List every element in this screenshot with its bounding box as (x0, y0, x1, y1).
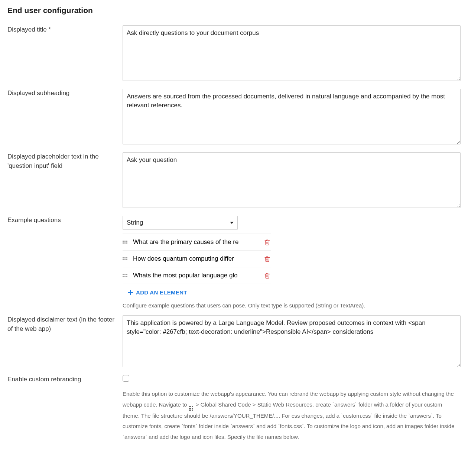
trash-icon (264, 256, 270, 262)
drag-handle-icon[interactable] (123, 241, 128, 244)
displayed-subheading-label: Displayed subheading (7, 89, 123, 98)
enable-rebranding-checkbox[interactable] (123, 375, 129, 382)
section-title: End user configuration (7, 6, 461, 15)
disclaimer-label: Displayed disclaimer text (in the footer… (7, 315, 123, 333)
field-placeholder-text: Displayed placeholder text in the 'quest… (7, 152, 461, 210)
example-questions-list (123, 234, 271, 284)
add-element-button[interactable]: ADD AN ELEMENT (123, 284, 187, 297)
delete-button[interactable] (263, 238, 271, 246)
placeholder-text-input[interactable] (123, 152, 461, 208)
displayed-subheading-input[interactable] (123, 89, 461, 144)
apps-grid-icon (189, 406, 194, 411)
field-displayed-subheading: Displayed subheading (7, 89, 461, 146)
trash-icon (264, 273, 270, 279)
field-example-questions: Example questions String (7, 216, 461, 309)
field-displayed-title: Displayed title * (7, 25, 461, 83)
delete-button[interactable] (263, 255, 271, 263)
example-questions-label: Example questions (7, 216, 123, 225)
delete-button[interactable] (263, 271, 271, 280)
plus-icon (128, 290, 133, 295)
list-item (123, 267, 271, 284)
list-item (123, 251, 271, 267)
enable-rebranding-label: Enable custom rebranding (7, 375, 123, 384)
example-question-input[interactable] (133, 254, 250, 263)
list-item (123, 234, 271, 251)
example-questions-type-value: String (127, 219, 143, 226)
displayed-title-input[interactable] (123, 25, 461, 81)
displayed-title-label: Displayed title * (7, 25, 123, 35)
add-element-label: ADD AN ELEMENT (136, 289, 187, 296)
field-enable-rebranding: Enable custom rebranding Enable this opt… (7, 375, 461, 442)
example-question-input[interactable] (133, 271, 250, 280)
placeholder-text-label: Displayed placeholder text in the 'quest… (7, 152, 123, 170)
trash-icon (264, 239, 270, 245)
chevron-down-icon (230, 222, 234, 224)
drag-handle-icon[interactable] (123, 257, 128, 260)
example-questions-type-select[interactable]: String (123, 216, 238, 230)
disclaimer-input[interactable] (123, 315, 461, 367)
enable-rebranding-help: Enable this option to customize the weba… (123, 389, 461, 442)
field-disclaimer: Displayed disclaimer text (in the footer… (7, 315, 461, 369)
example-question-input[interactable] (133, 238, 250, 247)
example-questions-help: Configure example questions that users c… (123, 301, 461, 309)
drag-handle-icon[interactable] (123, 274, 128, 277)
